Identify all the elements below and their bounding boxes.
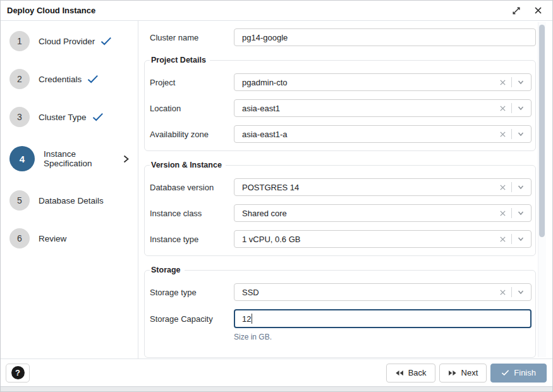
dialog-title: Deploy Cloud Instance bbox=[7, 6, 501, 15]
location-row: Location asia-east1 bbox=[150, 99, 532, 117]
storage-title: Storage bbox=[150, 266, 185, 274]
clear-icon[interactable] bbox=[499, 289, 506, 296]
instance-class-row: Instance class Shared core bbox=[150, 204, 532, 222]
chevron-down-icon[interactable] bbox=[517, 130, 525, 138]
instance-type-select-value: 1 vCPU, 0.6 GB bbox=[242, 235, 499, 244]
next-button-label: Next bbox=[461, 368, 478, 377]
select-adornments bbox=[499, 287, 525, 297]
storage-type-select-value: SSD bbox=[242, 288, 499, 297]
chevron-down-icon[interactable] bbox=[517, 104, 525, 112]
dialog-bottom-edge bbox=[1, 386, 552, 391]
wizard-step-cloud-provider[interactable]: 1 Cloud Provider bbox=[1, 22, 138, 60]
location-select-value: asia-east1 bbox=[242, 104, 499, 113]
wizard-steps-panel: 1 Cloud Provider 2 Credentials 3 Cluster… bbox=[1, 21, 138, 358]
help-button[interactable]: ? bbox=[6, 364, 30, 383]
chevron-right-icon bbox=[123, 155, 129, 163]
availability-zone-label: Availability zone bbox=[150, 130, 234, 139]
chevron-down-icon[interactable] bbox=[517, 288, 525, 296]
help-icon: ? bbox=[11, 366, 25, 379]
chevron-down-icon[interactable] bbox=[517, 78, 525, 86]
project-details-section: Project Details Project pgadmin-cto bbox=[144, 56, 536, 151]
step-number-badge: 6 bbox=[9, 228, 30, 248]
step-label: Credentials bbox=[39, 75, 82, 84]
back-button-label: Back bbox=[408, 368, 427, 377]
database-version-row: Database version POSTGRES 14 bbox=[150, 178, 532, 196]
instance-specification-form: Cluster name Project Details Project pga… bbox=[138, 21, 552, 358]
database-version-label: Database version bbox=[150, 183, 234, 192]
instance-class-select-value: Shared core bbox=[242, 209, 499, 218]
project-select[interactable]: pgadmin-cto bbox=[234, 73, 532, 91]
select-divider bbox=[511, 129, 512, 139]
clear-icon[interactable] bbox=[499, 105, 506, 112]
step-number-badge: 3 bbox=[9, 107, 30, 127]
select-divider bbox=[511, 77, 512, 87]
instance-type-label: Instance type bbox=[150, 235, 234, 244]
check-icon bbox=[87, 75, 99, 83]
back-button[interactable]: Back bbox=[386, 364, 435, 383]
select-adornments bbox=[499, 103, 525, 113]
select-adornments bbox=[499, 182, 525, 192]
step-number-badge: 2 bbox=[9, 69, 30, 89]
availability-zone-select-value: asia-east1-a bbox=[242, 130, 499, 139]
wizard-step-credentials[interactable]: 2 Credentials bbox=[1, 60, 138, 98]
select-divider bbox=[511, 287, 512, 297]
storage-type-select[interactable]: SSD bbox=[234, 283, 532, 301]
select-adornments bbox=[499, 77, 525, 87]
finish-button-label: Finish bbox=[514, 368, 536, 377]
version-instance-section: Version & Instance Database version POST… bbox=[144, 161, 536, 256]
storage-type-label: Storage type bbox=[150, 288, 234, 297]
close-icon[interactable] bbox=[532, 5, 544, 16]
select-divider bbox=[511, 103, 512, 113]
clear-icon[interactable] bbox=[499, 236, 506, 243]
version-instance-title: Version & Instance bbox=[150, 161, 226, 169]
cluster-name-input[interactable] bbox=[234, 28, 536, 46]
clear-icon[interactable] bbox=[499, 79, 506, 86]
deploy-cloud-instance-dialog: Deploy Cloud Instance 1 Cloud Provider 2… bbox=[0, 0, 553, 392]
instance-class-select[interactable]: Shared core bbox=[234, 204, 532, 222]
project-row: Project pgadmin-cto bbox=[150, 73, 532, 91]
instance-class-label: Instance class bbox=[150, 209, 234, 218]
finish-button[interactable]: Finish bbox=[490, 364, 547, 383]
storage-section: Storage Storage type SSD bbox=[144, 266, 536, 358]
step-label: Review bbox=[39, 234, 66, 243]
chevron-down-icon[interactable] bbox=[517, 183, 525, 191]
storage-capacity-value: 12 bbox=[242, 314, 251, 324]
availability-zone-select[interactable]: asia-east1-a bbox=[234, 125, 532, 143]
next-button[interactable]: Next bbox=[439, 364, 487, 383]
project-select-value: pgadmin-cto bbox=[242, 78, 499, 87]
check-icon bbox=[501, 369, 509, 376]
wizard-step-review[interactable]: 6 Review bbox=[1, 219, 138, 257]
text-caret bbox=[252, 314, 252, 324]
clear-icon[interactable] bbox=[499, 210, 506, 217]
step-label: Instance Specification bbox=[44, 149, 118, 168]
instance-type-select[interactable]: 1 vCPU, 0.6 GB bbox=[234, 230, 532, 248]
dialog-titlebar[interactable]: Deploy Cloud Instance bbox=[1, 1, 552, 21]
wizard-step-instance-specification[interactable]: 4 Instance Specification bbox=[1, 136, 138, 181]
check-icon bbox=[92, 113, 104, 121]
storage-capacity-input[interactable]: 12 bbox=[234, 309, 532, 328]
chevron-down-icon[interactable] bbox=[517, 209, 525, 217]
expand-icon[interactable] bbox=[511, 5, 522, 16]
database-version-select-value: POSTGRES 14 bbox=[242, 183, 499, 192]
location-select[interactable]: asia-east1 bbox=[234, 99, 532, 117]
database-version-select[interactable]: POSTGRES 14 bbox=[234, 178, 532, 196]
location-label: Location bbox=[150, 104, 234, 113]
footer-button-group: Back Next Finish bbox=[386, 364, 547, 383]
step-number-badge: 4 bbox=[9, 146, 35, 171]
clear-icon[interactable] bbox=[499, 184, 506, 191]
cluster-name-row: Cluster name bbox=[144, 28, 536, 46]
clear-icon[interactable] bbox=[499, 131, 506, 138]
select-divider bbox=[511, 208, 512, 218]
chevron-down-icon[interactable] bbox=[517, 235, 525, 243]
scrollbar-thumb[interactable] bbox=[539, 25, 545, 237]
select-adornments bbox=[499, 129, 525, 139]
wizard-step-cluster-type[interactable]: 3 Cluster Type bbox=[1, 98, 138, 136]
double-arrow-left-icon bbox=[395, 370, 404, 376]
step-label: Cluster Type bbox=[39, 113, 87, 122]
project-label: Project bbox=[150, 78, 234, 87]
select-adornments bbox=[499, 234, 525, 244]
double-arrow-right-icon bbox=[448, 370, 457, 376]
wizard-step-database-details[interactable]: 5 Database Details bbox=[1, 181, 138, 219]
step-number-badge: 1 bbox=[9, 31, 30, 51]
availability-zone-row: Availability zone asia-east1-a bbox=[150, 125, 532, 143]
